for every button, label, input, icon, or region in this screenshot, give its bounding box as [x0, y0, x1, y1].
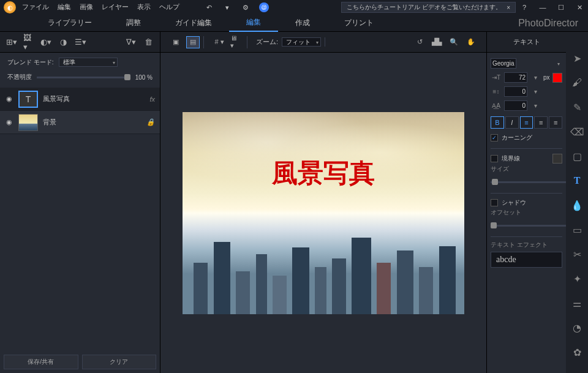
- adjust-tool-icon[interactable]: ⚌: [570, 296, 584, 310]
- mask-icon[interactable]: ◐▾: [40, 37, 51, 48]
- shadow-checkbox[interactable]: [491, 199, 498, 206]
- shadow-label: シャドウ: [502, 198, 526, 207]
- magic-tool-icon[interactable]: ✦: [570, 272, 584, 285]
- save-share-button[interactable]: 保存/共有: [4, 355, 78, 369]
- tab-create[interactable]: 作成: [278, 15, 327, 31]
- chevron-down-icon[interactable]: ▾: [530, 73, 541, 83]
- line-height-input[interactable]: [504, 86, 527, 97]
- tutorial-close-icon[interactable]: ×: [507, 4, 510, 11]
- text-color-swatch[interactable]: [552, 73, 562, 83]
- font-size-input[interactable]: [504, 72, 527, 83]
- settings-icon[interactable]: ⚙: [241, 2, 251, 12]
- menu-file[interactable]: ファイル: [22, 2, 49, 12]
- clear-button[interactable]: クリア: [82, 355, 157, 369]
- view-single-icon[interactable]: ▣: [169, 36, 183, 48]
- filter-icon[interactable]: ∇▾: [126, 37, 137, 48]
- menu-view[interactable]: 表示: [137, 2, 151, 12]
- cloud-icon[interactable]: @: [259, 2, 269, 12]
- tab-adjust[interactable]: 調整: [109, 15, 158, 31]
- font-select[interactable]: Georgia: [491, 58, 516, 69]
- layer-thumb: [18, 114, 38, 131]
- grid-icon[interactable]: # ▾: [213, 36, 226, 48]
- crop-tool-icon[interactable]: ✂: [570, 247, 584, 261]
- pie-tool-icon[interactable]: ◔: [570, 321, 584, 334]
- align-left-button[interactable]: ≡: [520, 116, 533, 129]
- kerning-checkbox[interactable]: ✓: [491, 134, 498, 141]
- kerning-label: カーニング: [502, 134, 532, 142]
- pan-icon[interactable]: ✋: [464, 36, 478, 48]
- module-tabs: ライブラリー 調整 ガイド編集 編集 作成 プリント PhotoDirector: [0, 15, 588, 32]
- font-size-icon: ⇥T: [491, 73, 502, 83]
- magnify-icon[interactable]: 🔍: [447, 36, 461, 48]
- align-right-button[interactable]: ≡: [549, 116, 562, 129]
- more-layer-icon[interactable]: ☰▾: [75, 37, 86, 48]
- delete-layer-icon[interactable]: 🗑: [143, 37, 154, 48]
- tab-library[interactable]: ライブラリー: [31, 15, 109, 31]
- blend-label: ブレンド モード:: [7, 58, 54, 67]
- main-menu: ファイル 編集 画像 レイヤー 表示 ヘルプ ↶ ▾ ⚙ @: [22, 2, 269, 12]
- chevron-down-icon[interactable]: ▾: [530, 87, 541, 97]
- arrow-tool-icon[interactable]: ➤: [570, 51, 584, 65]
- blend-mode-select[interactable]: 標準: [59, 58, 118, 67]
- add-image-icon[interactable]: 🖼▾: [23, 37, 34, 48]
- layer-item-bg[interactable]: ◉ 背景 🔒: [0, 111, 160, 134]
- letter-spacing-input[interactable]: [504, 100, 527, 111]
- lock-icon[interactable]: 🔒: [146, 118, 155, 126]
- gear-icon[interactable]: ✿: [570, 345, 584, 359]
- line-height-icon: ≡↕: [491, 87, 502, 97]
- chevron-down-icon[interactable]: ▾: [530, 101, 541, 111]
- minimize-icon[interactable]: —: [538, 2, 548, 12]
- text-tool-icon[interactable]: T: [570, 174, 584, 187]
- tutorial-banner[interactable]: こちらからチュートリアル ビデオをご覧いただけます。 ×: [341, 2, 516, 13]
- visibility-icon[interactable]: ◉: [5, 95, 13, 103]
- rotate-left-icon[interactable]: ↺: [413, 36, 426, 48]
- border-color-swatch[interactable]: [552, 154, 562, 164]
- effect-preview[interactable]: abcde: [491, 252, 562, 268]
- shape-tool-icon[interactable]: ▭: [570, 223, 584, 236]
- redo-icon[interactable]: ▾: [222, 2, 232, 12]
- shadow-offset-slider[interactable]: [491, 225, 566, 227]
- menu-help[interactable]: ヘルプ: [159, 2, 179, 12]
- layer-item-text[interactable]: ◉ T 風景写真 fx: [0, 88, 160, 111]
- maximize-icon[interactable]: ☐: [556, 2, 566, 12]
- fx-icon[interactable]: fx: [149, 96, 155, 103]
- text-overlay[interactable]: 風景写真: [272, 156, 375, 190]
- canvas-image[interactable]: 風景写真: [183, 112, 464, 314]
- adjust-layer-icon[interactable]: ◑: [58, 37, 69, 48]
- align-center-button[interactable]: ≡: [534, 116, 548, 129]
- text-properties-panel: テキスト Georgia ⇥T ▾ px ≡↕ ▾ A͟A: [486, 32, 566, 373]
- canvas-area[interactable]: 風景写真: [160, 53, 486, 373]
- layer-name-label: 風景写真: [43, 94, 145, 104]
- blur-tool-icon[interactable]: 💧: [570, 198, 584, 212]
- tab-print[interactable]: プリント: [327, 15, 391, 31]
- menu-edit[interactable]: 編集: [58, 2, 71, 12]
- undo-icon[interactable]: ↶: [204, 2, 214, 12]
- pencil-tool-icon[interactable]: ✎: [570, 100, 584, 114]
- menu-layer[interactable]: レイヤー: [102, 2, 129, 12]
- border-checkbox[interactable]: [491, 155, 498, 162]
- italic-button[interactable]: I: [505, 116, 519, 129]
- bold-button[interactable]: B: [491, 116, 504, 129]
- menu-image[interactable]: 画像: [80, 2, 93, 12]
- tutorial-text: こちらからチュートリアル ビデオをご覧いただけます。: [347, 3, 502, 12]
- border-size-slider[interactable]: [491, 181, 566, 183]
- tab-guide[interactable]: ガイド編集: [158, 15, 229, 31]
- opacity-slider[interactable]: [37, 77, 130, 78]
- layers-panel: ⊞▾ 🖼▾ ◐▾ ◑ ☰▾ ∇▾ 🗑 ブレンド モード: 標準 不透明度 100…: [0, 32, 160, 373]
- eraser-tool-icon[interactable]: ⌫: [570, 125, 584, 138]
- add-layer-icon[interactable]: ⊞▾: [6, 37, 17, 48]
- close-icon[interactable]: ✕: [575, 2, 584, 12]
- zoom-select[interactable]: フィット: [282, 37, 321, 47]
- display-icon[interactable]: 🖥 ▾: [230, 36, 243, 48]
- tab-edit[interactable]: 編集: [229, 14, 278, 32]
- view-compare-icon[interactable]: ▤: [186, 36, 200, 48]
- brand-name: PhotoDirector: [518, 18, 588, 29]
- help-icon[interactable]: ?: [519, 2, 529, 12]
- opacity-label: 不透明度: [7, 73, 32, 81]
- rect-tool-icon[interactable]: ▢: [570, 149, 584, 163]
- brush-tool-icon[interactable]: 🖌: [570, 76, 584, 89]
- offset-label: オフセット: [491, 208, 562, 217]
- layer-footer: 保存/共有 クリア: [0, 351, 160, 373]
- mirror-icon[interactable]: ▟▙: [430, 36, 443, 48]
- visibility-icon[interactable]: ◉: [5, 118, 13, 126]
